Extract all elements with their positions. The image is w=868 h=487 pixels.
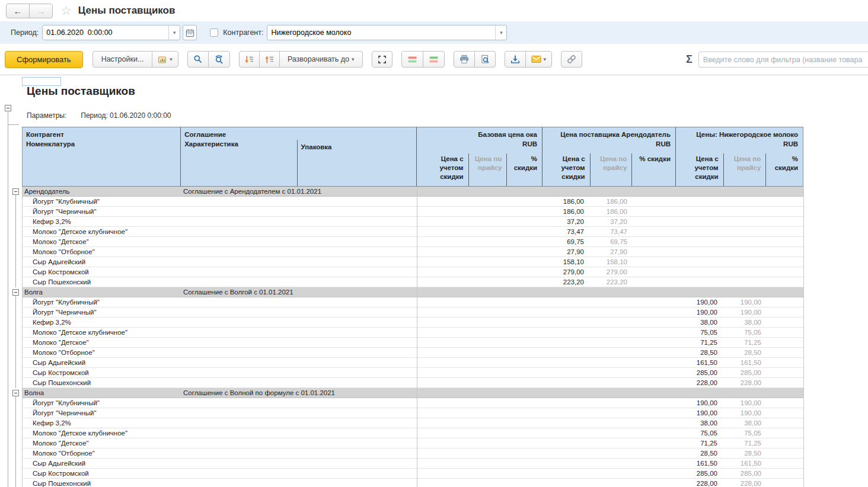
item-name: Молоко "Детское клубничное" (22, 227, 127, 237)
price-subcolumn-header[interactable]: Цена с учетом скидки (417, 153, 468, 186)
group-row[interactable]: ВолгаСоглашение с Волгой с 01.01.2021 (22, 287, 803, 297)
list-price-value: 71,25 (723, 438, 766, 448)
price-subcolumn-header[interactable]: % скидки (765, 153, 803, 186)
expand-groups-button[interactable] (239, 51, 260, 68)
group-collapse-toggle[interactable] (12, 390, 19, 396)
table-row[interactable]: Молоко "Детское клубничное"75,0575,05 (22, 428, 803, 438)
header-nomenclature-label: Номенклатура (26, 139, 177, 149)
group-agreement: Соглашение с Волгой с 01.01.2021 (183, 287, 293, 297)
settings-button[interactable]: Настройки... (92, 51, 153, 68)
list-price-value: 190,00 (723, 398, 766, 408)
header-counterparty-nomenclature[interactable]: Контрагент Номенклатура (23, 127, 181, 186)
table-row[interactable]: Сыр Пошехонский228,00228,00 (22, 378, 803, 388)
table-row[interactable]: Сыр Костромской285,00285,00 (22, 368, 803, 378)
save-button[interactable] (505, 51, 526, 68)
print-preview-button[interactable] (474, 51, 496, 68)
table-row[interactable]: Молоко "Детское клубничное"73,4773,47 (22, 227, 803, 237)
table-row[interactable]: Йогурт "Клубничный"190,00190,00 (22, 398, 803, 408)
group-collapse-toggle[interactable] (12, 188, 19, 195)
chevron-down-icon: ▾ (170, 56, 173, 62)
print-button[interactable] (454, 51, 475, 68)
table-row[interactable]: Кефир 3,2%38,0038,00 (22, 318, 803, 328)
generate-button[interactable]: Сформировать (5, 51, 83, 68)
table-row[interactable]: Сыр Адыгейский161,50161,50 (22, 459, 803, 469)
fullscreen-button[interactable] (372, 51, 392, 68)
table-row[interactable]: Сыр Пошехонский223,20223,20 (22, 277, 803, 287)
header-packaging[interactable]: Упаковка (298, 127, 416, 186)
list-price-value: 75,05 (723, 328, 766, 338)
table-row[interactable]: Молоко "Отборное"28,5028,50 (22, 348, 803, 358)
discount-price-value: 190,00 (676, 398, 723, 408)
counterparty-field[interactable]: ▾ (267, 25, 507, 40)
discount-price-value: 28,50 (676, 448, 723, 459)
report-collapse-toggle[interactable] (5, 105, 11, 111)
report-variants-button[interactable]: ▾ (152, 51, 178, 68)
forward-icon: → (37, 6, 46, 16)
table-row[interactable]: Йогурт "Клубничный"190,00190,00 (22, 297, 803, 307)
header-agreement-characteristic[interactable]: Соглашение Характеристика (181, 127, 297, 186)
table-row[interactable]: Молоко "Детское"69,7569,75 (22, 237, 803, 247)
price-subcolumn-header[interactable]: Цена по прайсу (590, 153, 632, 186)
discount-price-value: 37,20 (542, 217, 590, 227)
period-field[interactable]: ▾ (42, 25, 180, 40)
back-button[interactable]: ← (6, 4, 30, 18)
price-subcolumn-header[interactable]: Цена с учетом скидки (542, 153, 590, 186)
group-collapse-toggle[interactable] (12, 289, 19, 296)
group-row[interactable]: ВолнаСоглашение с Волной по формуле с 01… (22, 388, 803, 398)
table-row[interactable]: Молоко "Детское"71,2571,25 (22, 338, 803, 348)
period-input[interactable] (43, 26, 168, 39)
calendar-button[interactable] (183, 25, 197, 40)
item-name: Молоко "Детское" (22, 438, 89, 448)
table-row[interactable]: Сыр Адыгейский161,50161,50 (22, 358, 803, 368)
table-row[interactable]: Кефир 3,2%38,0038,00 (22, 418, 803, 428)
list-price-value: 75,05 (723, 428, 766, 438)
price-group-header[interactable]: Цена поставщика АрендодательRUBЦена с уч… (542, 127, 675, 186)
list-price-value: 285,00 (723, 469, 766, 479)
counterparty-dropdown-button[interactable]: ▾ (495, 25, 506, 40)
table-row[interactable]: Йогурт "Черничный"186,00186,00 (22, 207, 803, 217)
collapse-groups-button[interactable] (259, 51, 280, 68)
price-subcolumn-header[interactable]: % скидки (631, 153, 675, 186)
table-row[interactable]: Йогурт "Черничный"190,00190,00 (22, 307, 803, 318)
highlight-negative-red-button[interactable] (401, 51, 423, 68)
expand-to-button[interactable]: Разворачивать до ▾ (279, 51, 363, 68)
table-row[interactable]: Сыр Костромской279,00279,00 (22, 267, 803, 277)
send-email-button[interactable]: ▾ (525, 51, 553, 68)
table-row[interactable]: Сыр Адыгейский158,10158,10 (22, 257, 803, 267)
get-link-button[interactable] (561, 51, 582, 68)
search-group (187, 51, 230, 68)
window-header: ← → ☆ Цены поставщиков (0, 0, 868, 21)
period-dropdown-button[interactable]: ▾ (168, 25, 180, 40)
discount-price-value: 28,50 (676, 348, 723, 358)
quick-filter-area: Σ (686, 52, 868, 68)
price-group-header[interactable]: Цены: Нижегородское молокоRUBЦена с учет… (675, 127, 803, 186)
discount-price-value: 158,10 (542, 257, 590, 267)
table-row[interactable]: Йогурт "Клубничный"186,00186,00 (22, 197, 803, 207)
price-group-header[interactable]: Базовая цена окаRUBЦена с учетом скидкиЦ… (416, 127, 542, 186)
item-name: Сыр Адыгейский (22, 257, 85, 267)
price-subcolumn-header[interactable]: Цена по прайсу (468, 153, 507, 186)
table-row[interactable]: Кефир 3,2%37,2037,20 (22, 217, 803, 227)
quick-filter-input[interactable] (698, 52, 868, 68)
table-row[interactable]: Молоко "Отборное"28,5028,50 (22, 448, 803, 459)
item-name: Йогурт "Черничный" (22, 207, 97, 217)
table-row[interactable]: Сыр Пошехонский228,00228,00 (22, 479, 803, 487)
find-next-button[interactable] (208, 51, 230, 68)
price-subcolumn-header[interactable]: Цена по прайсу (723, 153, 766, 186)
group-row[interactable]: АрендодательСоглашение с Арендодателем с… (22, 187, 803, 197)
price-subcolumn-header[interactable]: % скидки (506, 153, 542, 186)
table-row[interactable]: Молоко "Отборное"27,9027,90 (22, 247, 803, 257)
highlight-negative-green-button[interactable] (423, 51, 445, 68)
find-button[interactable] (187, 51, 209, 68)
price-subcolumn-header[interactable]: Цена с учетом скидки (676, 153, 723, 186)
discount-price-value: 161,50 (676, 358, 723, 368)
favorite-star-icon[interactable]: ☆ (60, 4, 72, 18)
table-row[interactable]: Молоко "Детское"71,2571,25 (22, 438, 803, 448)
table-row[interactable]: Йогурт "Черничный"190,00190,00 (22, 408, 803, 418)
counterparty-input[interactable] (267, 26, 495, 39)
table-row[interactable]: Молоко "Детское клубничное"75,0575,05 (22, 328, 803, 338)
table-row[interactable]: Сыр Костромской285,00285,00 (22, 469, 803, 479)
forward-button[interactable]: → (29, 4, 53, 18)
group-agreement: Соглашение с Арендодателем с 01.01.2021 (183, 187, 321, 197)
counterparty-checkbox[interactable] (210, 28, 218, 37)
